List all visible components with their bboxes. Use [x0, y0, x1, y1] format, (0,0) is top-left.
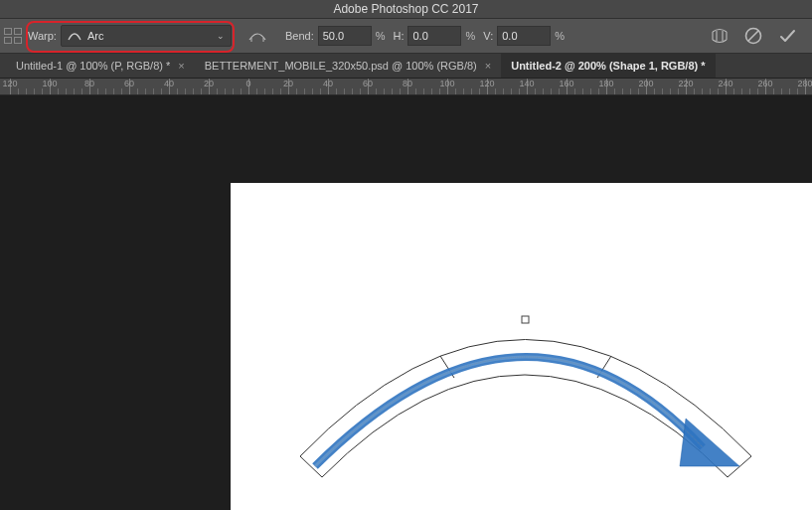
- ruler-label: 20: [283, 79, 293, 88]
- grid-align-icon[interactable]: [4, 28, 22, 44]
- ruler-minor-tick: [58, 88, 59, 94]
- ruler-minor-tick: [638, 88, 639, 94]
- cancel-icon[interactable]: [742, 25, 764, 47]
- ruler-minor-tick: [590, 88, 591, 94]
- ruler-minor-tick: [336, 88, 337, 94]
- ruler-minor-tick: [264, 88, 265, 94]
- ruler-label: 40: [164, 79, 174, 88]
- ruler-minor-tick: [320, 88, 321, 94]
- horizontal-ruler[interactable]: 1201008060402002040608010012014016018020…: [0, 79, 812, 95]
- ruler-minor-tick: [18, 88, 19, 94]
- ruler-minor-tick: [479, 88, 480, 94]
- options-right-icons: [709, 25, 808, 47]
- ruler-minor-tick: [423, 88, 424, 94]
- ruler-minor-tick: [503, 88, 504, 94]
- ruler-minor-tick: [177, 88, 178, 94]
- close-icon[interactable]: ×: [178, 60, 184, 72]
- h-pct: %: [465, 30, 475, 42]
- v-input[interactable]: [497, 26, 551, 46]
- app-title-bar: Adobe Photoshop CC 2017: [0, 0, 812, 19]
- ruler-minor-tick: [431, 88, 432, 94]
- ruler-minor-tick: [797, 88, 798, 94]
- ruler-minor-tick: [559, 88, 560, 94]
- ruler-label: 20: [204, 79, 214, 88]
- warp-style-value: Arc: [87, 30, 104, 42]
- ruler-minor-tick: [392, 88, 393, 94]
- ruler-minor-tick: [495, 88, 496, 94]
- ruler-minor-tick: [694, 88, 695, 94]
- ruler-minor-tick: [519, 88, 520, 94]
- ruler-minor-tick: [614, 88, 615, 94]
- arc-shape-icon: [68, 31, 81, 41]
- ruler-minor-tick: [598, 88, 599, 94]
- ruler-minor-tick: [543, 88, 544, 94]
- ruler-minor-tick: [757, 88, 758, 94]
- ruler-label: 260: [757, 79, 772, 88]
- ruler-minor-tick: [582, 88, 583, 94]
- app-title: Adobe Photoshop CC 2017: [333, 2, 478, 16]
- ruler-minor-tick: [551, 88, 552, 94]
- document-tabs: Untitled-1 @ 100% (P, RGB/8) * × BETTERM…: [0, 54, 812, 79]
- ruler-minor-tick: [670, 88, 671, 94]
- ruler-minor-tick: [256, 88, 257, 94]
- ruler-minor-tick: [773, 88, 774, 94]
- ruler-minor-tick: [137, 88, 138, 94]
- ruler-label: 100: [42, 79, 57, 88]
- ruler-minor-tick: [455, 88, 456, 94]
- warp-control-handle[interactable]: [522, 316, 529, 323]
- ruler-label: 100: [439, 79, 454, 88]
- ruler-minor-tick: [415, 88, 416, 94]
- ruler-minor-tick: [145, 88, 146, 94]
- warp-style-dropdown[interactable]: Arc ⌄: [61, 25, 232, 47]
- ruler-label: 120: [2, 79, 17, 88]
- ruler-minor-tick: [272, 88, 273, 94]
- ruler-minor-tick: [312, 88, 313, 94]
- ruler-minor-tick: [376, 88, 377, 94]
- arrow-head: [680, 419, 739, 466]
- ruler-label: 180: [598, 79, 613, 88]
- ruler-minor-tick: [121, 88, 122, 94]
- ruler-minor-tick: [781, 88, 782, 94]
- ruler-minor-tick: [749, 88, 750, 94]
- arrow-shaft: [315, 357, 703, 466]
- ruler-label: 60: [124, 79, 134, 88]
- free-transform-warp-toggle-icon[interactable]: [709, 25, 731, 47]
- ruler-minor-tick: [678, 88, 679, 94]
- ruler-minor-tick: [400, 88, 401, 94]
- document-tab[interactable]: Untitled-2 @ 200% (Shape 1, RGB/8) *: [501, 54, 715, 78]
- ruler-minor-tick: [741, 88, 742, 94]
- warp-shape-display: [231, 183, 812, 510]
- ruler-minor-tick: [81, 88, 82, 94]
- document-canvas[interactable]: [231, 183, 812, 510]
- ruler-minor-tick: [471, 88, 472, 94]
- document-tab[interactable]: Untitled-1 @ 100% (P, RGB/8) * ×: [6, 54, 195, 78]
- ruler-minor-tick: [360, 88, 361, 94]
- ruler-minor-tick: [193, 88, 194, 94]
- ruler-label: 80: [84, 79, 94, 88]
- ruler-minor-tick: [710, 88, 711, 94]
- close-icon[interactable]: ×: [485, 60, 491, 72]
- chevron-down-icon: ⌄: [217, 31, 225, 41]
- ruler-minor-tick: [113, 88, 114, 94]
- document-tab-title: Untitled-2 @ 200% (Shape 1, RGB/8) *: [511, 60, 705, 72]
- ruler-minor-tick: [105, 88, 106, 94]
- ruler-minor-tick: [296, 88, 297, 94]
- ruler-minor-tick: [217, 88, 218, 94]
- v-label: V:: [483, 30, 493, 42]
- ruler-minor-tick: [201, 88, 202, 94]
- document-tab[interactable]: BETTERMENT_MOBILE_320x50.psd @ 100% (RGB…: [195, 54, 501, 78]
- commit-icon[interactable]: [776, 25, 798, 47]
- ruler-minor-tick: [511, 88, 512, 94]
- h-input[interactable]: [407, 26, 461, 46]
- ruler-minor-tick: [304, 88, 305, 94]
- document-tab-title: Untitled-1 @ 100% (P, RGB/8) *: [16, 60, 170, 72]
- warp-orientation-icon[interactable]: [247, 26, 267, 46]
- options-bar: Warp: Arc ⌄ Bend: % H: % V: %: [0, 19, 812, 54]
- ruler-minor-tick: [153, 88, 154, 94]
- ruler-minor-tick: [225, 88, 226, 94]
- bend-input[interactable]: [318, 26, 372, 46]
- warp-label: Warp:: [28, 30, 57, 42]
- ruler-minor-tick: [439, 88, 440, 94]
- work-area: [0, 95, 812, 510]
- ruler-minor-tick: [463, 88, 464, 94]
